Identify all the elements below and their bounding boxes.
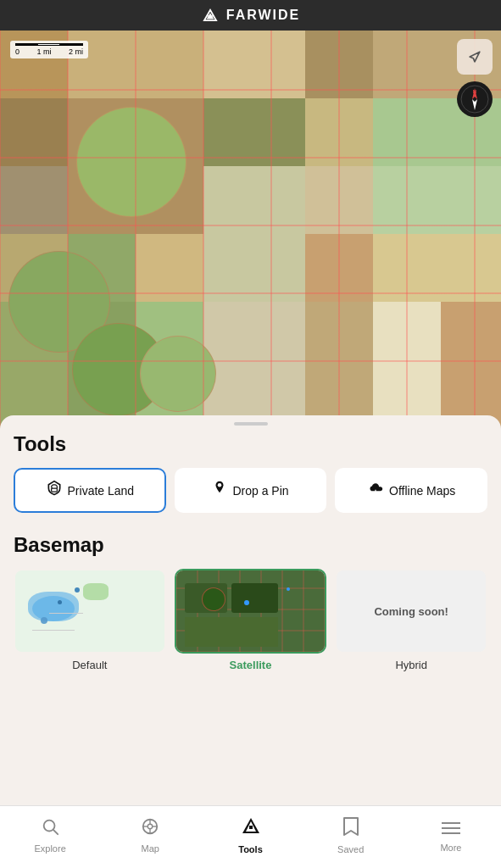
basemap-satellite[interactable]: Satellite: [175, 569, 327, 671]
basemap-hybrid-preview: Coming soon!: [337, 570, 486, 652]
drop-pin-icon: [212, 480, 227, 501]
compass-icon: N: [460, 85, 489, 114]
scale-bar: 0 1 mi 2 mi: [10, 41, 88, 58]
svg-rect-19: [249, 826, 253, 829]
bottom-navigation: Explore Map Tools: [0, 805, 501, 868]
scale-label-mid: 1 mi: [36, 47, 51, 56]
sat-field: [231, 583, 278, 613]
basemap-default-thumb: [14, 569, 166, 654]
road-line: [49, 613, 83, 614]
offline-maps-label: Offline Maps: [389, 484, 455, 498]
basemap-satellite-thumb: [175, 569, 327, 654]
svg-point-8: [218, 483, 222, 487]
offline-maps-button[interactable]: Offline Maps: [335, 468, 487, 513]
tools-row: Private Land Drop a Pin: [14, 468, 487, 513]
app-title: FARWIDE: [226, 8, 300, 23]
sat-marker: [287, 587, 290, 591]
map-view[interactable]: 0 1 mi 2 mi N: [0, 31, 501, 429]
drag-handle[interactable]: [234, 422, 268, 426]
tools-section: Tools Private Land: [14, 432, 487, 513]
basemap-title: Basemap: [14, 533, 487, 557]
nav-explore[interactable]: Explore: [0, 806, 100, 868]
sat-field: [185, 617, 278, 647]
basemap-hybrid-label: Hybrid: [395, 659, 427, 671]
basemap-default-preview: [15, 570, 164, 652]
nav-saved-label: Saved: [337, 844, 364, 854]
nav-more[interactable]: More: [401, 806, 501, 868]
water-shape: [28, 592, 79, 621]
basemap-hybrid-thumb: Coming soon!: [335, 569, 487, 654]
tools-icon: [241, 816, 261, 842]
compass-rose: N: [457, 81, 493, 117]
nav-map[interactable]: Map: [100, 806, 200, 868]
saved-icon: [342, 816, 359, 842]
svg-point-12: [148, 824, 153, 829]
nav-map-label: Map: [142, 843, 159, 854]
explore-icon: [41, 817, 59, 841]
nav-explore-label: Explore: [34, 843, 65, 854]
private-land-icon: [46, 480, 63, 501]
nav-tools-label: Tools: [238, 844, 263, 854]
land-boundary-overlay: [0, 31, 501, 429]
nav-saved[interactable]: Saved: [301, 806, 401, 868]
logo-container: FARWIDE: [201, 8, 300, 23]
svg-line-10: [53, 830, 58, 834]
svg-rect-7: [51, 488, 57, 492]
land-shape: [83, 583, 109, 600]
drop-pin-button[interactable]: Drop a Pin: [175, 468, 327, 513]
nav-tools[interactable]: Tools: [200, 806, 300, 868]
basemap-default[interactable]: Default: [14, 569, 166, 671]
svg-text:N: N: [473, 89, 476, 94]
scale-label-end: 2 mi: [69, 47, 83, 56]
sat-marker: [244, 600, 249, 605]
satellite-map[interactable]: 0 1 mi 2 mi N: [0, 31, 501, 429]
marker-dot: [41, 617, 47, 624]
location-button[interactable]: [457, 39, 493, 75]
basemap-hybrid[interactable]: Coming soon! Hybrid: [335, 569, 487, 671]
drop-pin-label: Drop a Pin: [232, 484, 288, 498]
location-arrow-icon: [466, 48, 483, 65]
coming-soon-text: Coming soon!: [374, 605, 448, 618]
basemap-satellite-label: Satellite: [230, 659, 272, 671]
app-header: FARWIDE: [0, 0, 501, 31]
marker-dot: [75, 587, 80, 593]
private-land-button[interactable]: Private Land: [14, 468, 166, 513]
scale-label-start: 0: [15, 47, 19, 56]
map-icon: [141, 817, 159, 841]
basemap-row: Default Satellite: [14, 569, 487, 671]
more-icon: [442, 818, 460, 840]
offline-maps-icon: [367, 481, 384, 500]
nav-more-label: More: [440, 843, 461, 853]
road-line: [32, 630, 75, 631]
bottom-sheet: Tools Private Land: [0, 415, 501, 805]
basemap-satellite-preview: [176, 570, 326, 652]
basemap-section: Basemap Default: [14, 533, 487, 671]
sat-circle-field: [202, 587, 225, 611]
marker-dot: [58, 600, 62, 604]
tools-title: Tools: [14, 432, 487, 456]
private-land-label: Private Land: [68, 484, 135, 498]
basemap-default-label: Default: [72, 659, 107, 671]
farwide-logo-icon: [201, 8, 220, 22]
